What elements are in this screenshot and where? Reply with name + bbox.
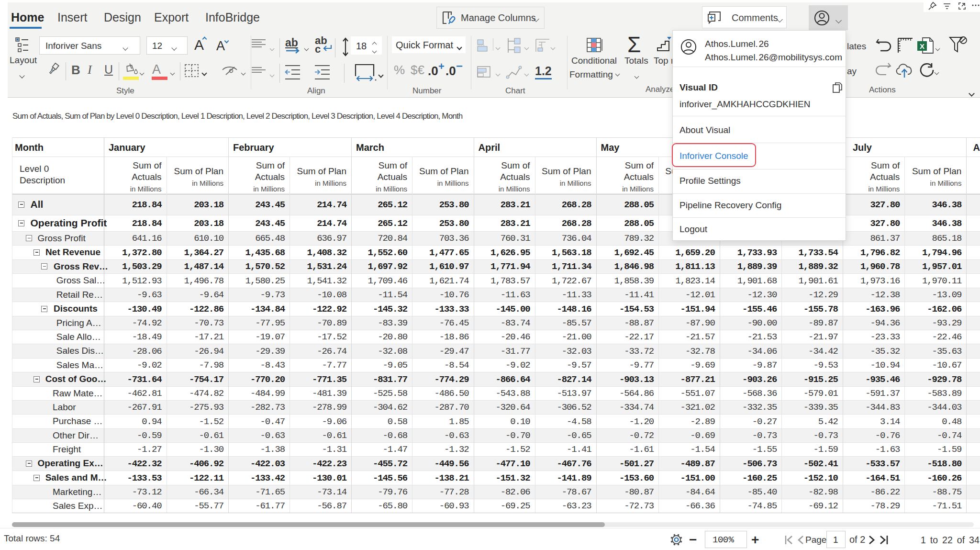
svg-text:X: X bbox=[920, 42, 924, 50]
